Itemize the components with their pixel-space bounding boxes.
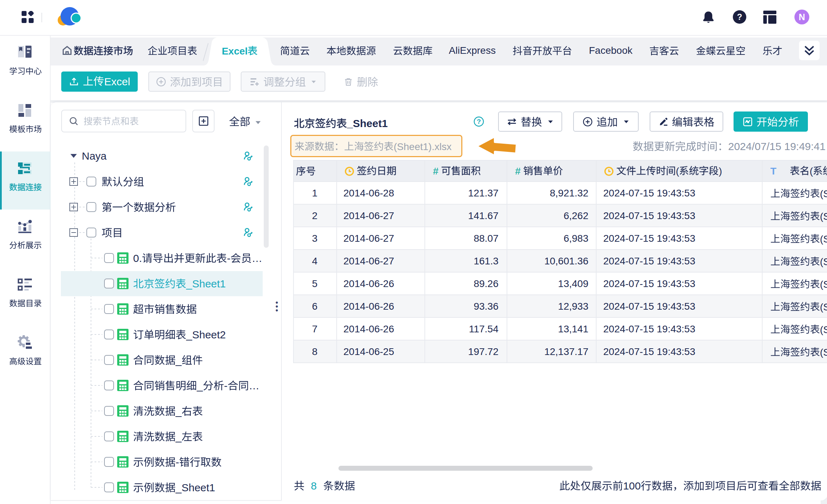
svg-text:?: ?	[737, 12, 742, 22]
svg-text:?: ?	[477, 118, 481, 125]
